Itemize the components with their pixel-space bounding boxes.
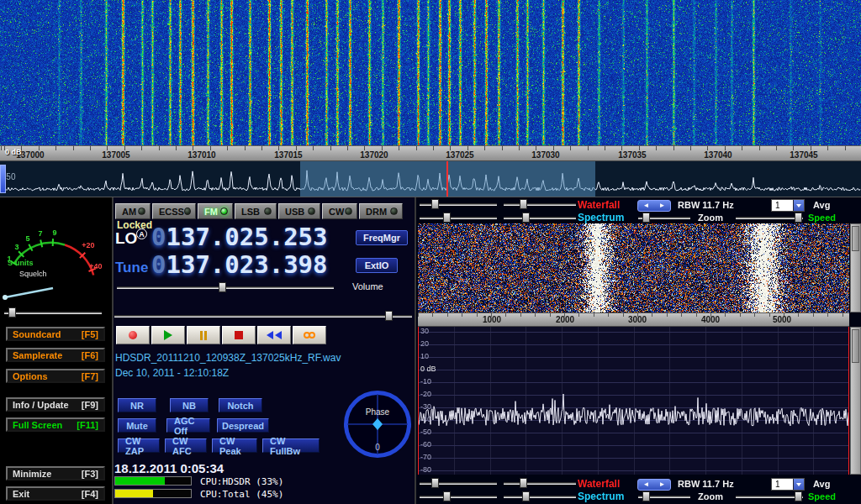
arrow-right-icon[interactable]: ►: [659, 481, 666, 488]
waterfall-lower-slider[interactable]: [504, 199, 576, 209]
phase-scope[interactable]: Phase 0: [341, 385, 414, 462]
cw-fullbw-button[interactable]: CW FullBw: [262, 438, 320, 453]
slider-thumb[interactable]: [219, 282, 226, 292]
fullscreen-button[interactable]: Full Screen[F11]: [6, 417, 105, 432]
slider-thumb[interactable]: [431, 478, 439, 488]
slider-thumb[interactable]: [795, 213, 802, 223]
info-update-button[interactable]: Info / Update[F9]: [6, 397, 105, 412]
smeter-over-label: +20: [82, 241, 94, 249]
avg-combo-value: 1: [772, 200, 793, 211]
waterfall-tab[interactable]: Waterfall: [578, 199, 620, 211]
slider-thumb[interactable]: [8, 307, 16, 318]
waterfall-shift-control[interactable]: ◄ ►: [637, 479, 671, 491]
lo-lock-badge[interactable]: A: [136, 228, 147, 239]
waterfall-shift-control[interactable]: ◄ ►: [637, 200, 671, 212]
spectrum-lower-slider[interactable]: [504, 213, 576, 223]
rf-gain-slider[interactable]: [114, 311, 412, 321]
scrollbar-handle[interactable]: [852, 226, 859, 251]
stop-button[interactable]: [222, 326, 256, 344]
slider-thumb[interactable]: [443, 491, 451, 501]
main-frequency-scale[interactable]: 137000 137005 137010 137015 137020 13702…: [0, 145, 861, 161]
waterfall-tab[interactable]: Waterfall: [578, 478, 620, 490]
slider-thumb[interactable]: [520, 199, 527, 209]
nr-button[interactable]: NR: [118, 398, 156, 412]
mode-label: CW: [329, 207, 344, 217]
db-tick-label: -80: [420, 465, 431, 474]
loop-button[interactable]: [293, 326, 326, 344]
exit-button[interactable]: Exit[F4]: [6, 486, 105, 501]
audio-scale-label: 2000: [556, 315, 574, 324]
db-tick-label: 20: [420, 339, 429, 348]
spectrum-upper-slider[interactable]: [420, 491, 497, 501]
avg-combo[interactable]: 1: [771, 478, 805, 491]
pause-button[interactable]: [187, 326, 220, 344]
waterfall-upper-slider[interactable]: [420, 478, 497, 488]
spectrum-left-scrollbar-handle[interactable]: [0, 165, 6, 193]
db-tick-label: -70: [420, 453, 431, 461]
cw-afc-button[interactable]: CW AFC: [165, 438, 207, 453]
cw-peak-button[interactable]: CW Peak: [212, 438, 257, 453]
lo-frequency-value[interactable]: 0137.025.253: [151, 225, 328, 249]
despread-button[interactable]: Despread: [217, 418, 269, 433]
waterfall-lower-slider[interactable]: [504, 478, 576, 488]
slider-thumb[interactable]: [385, 311, 393, 321]
slider-thumb[interactable]: [520, 478, 527, 488]
mode-button-usb[interactable]: USB: [278, 203, 320, 219]
spectrum-tab[interactable]: Spectrum: [578, 212, 624, 223]
freq-scale-label: 137040: [704, 150, 732, 160]
samplerate-button[interactable]: Samplerate[F6]: [6, 348, 105, 362]
mute-button[interactable]: Mute: [118, 418, 156, 433]
tune-frequency-value[interactable]: 0137.023.398: [151, 253, 328, 277]
squelch-slider[interactable]: [4, 307, 102, 318]
audio-waterfall-display[interactable]: [418, 223, 849, 312]
slider-thumb[interactable]: [642, 491, 650, 501]
notch-button[interactable]: Notch: [219, 398, 262, 412]
speed-slider[interactable]: [736, 213, 803, 223]
arrow-left-icon[interactable]: ◄: [643, 202, 650, 209]
mode-button-ecss[interactable]: ECSS: [152, 203, 196, 219]
slider-thumb[interactable]: [431, 199, 439, 209]
slider-thumb[interactable]: [443, 213, 451, 223]
mode-label: ECSS: [159, 207, 184, 217]
soundcard-button[interactable]: Soundcard[F5]: [6, 327, 105, 341]
speed-slider[interactable]: [736, 491, 803, 501]
smeter-squelch-label: Squelch: [19, 270, 47, 278]
mode-button-lsb[interactable]: LSB: [235, 203, 277, 219]
arrow-right-icon[interactable]: ►: [659, 202, 666, 209]
spectrum-tab[interactable]: Spectrum: [578, 491, 624, 502]
combo-dropdown-icon[interactable]: [793, 200, 804, 211]
spectrum-lower-slider[interactable]: [504, 491, 576, 501]
zoom-slider[interactable]: [638, 491, 690, 501]
slider-thumb[interactable]: [795, 491, 802, 501]
slider-thumb[interactable]: [642, 213, 650, 223]
play-button[interactable]: [151, 326, 185, 344]
agc-button[interactable]: AGC Off: [166, 418, 210, 433]
options-button[interactable]: Options[F7]: [6, 369, 105, 383]
waterfall-upper-slider[interactable]: [420, 199, 497, 209]
waterfall-scrollbar[interactable]: [850, 223, 861, 312]
minimize-button[interactable]: Minimize[F3]: [6, 466, 105, 480]
zoom-slider[interactable]: [638, 213, 690, 223]
slider-thumb[interactable]: [522, 213, 530, 223]
button-hotkey: [F11]: [77, 420, 98, 430]
rewind-button[interactable]: [257, 326, 291, 344]
audio-spectrum-display[interactable]: [418, 327, 849, 475]
freqmgr-button[interactable]: FreqMgr: [356, 230, 408, 245]
mode-button-fm[interactable]: FM: [198, 203, 233, 219]
record-button[interactable]: [116, 326, 150, 344]
scrollbar-handle[interactable]: [852, 329, 859, 363]
combo-dropdown-icon[interactable]: [793, 479, 804, 490]
volume-slider[interactable]: [117, 282, 334, 292]
nb-button[interactable]: NB: [170, 398, 209, 412]
spectrum-upper-slider[interactable]: [420, 213, 497, 223]
mode-button-am[interactable]: AM: [115, 203, 151, 219]
spectrum-scrollbar[interactable]: [850, 327, 861, 475]
cw-zap-button[interactable]: CW ZAP: [118, 438, 160, 453]
extio-button[interactable]: ExtIO: [356, 258, 398, 273]
mode-button-drm[interactable]: DRM: [359, 203, 403, 219]
main-waterfall-display[interactable]: [0, 0, 861, 145]
arrow-left-icon[interactable]: ◄: [643, 481, 650, 488]
slider-thumb[interactable]: [522, 491, 530, 501]
mode-button-cw[interactable]: CW: [322, 203, 357, 219]
avg-combo[interactable]: 1: [771, 199, 805, 212]
